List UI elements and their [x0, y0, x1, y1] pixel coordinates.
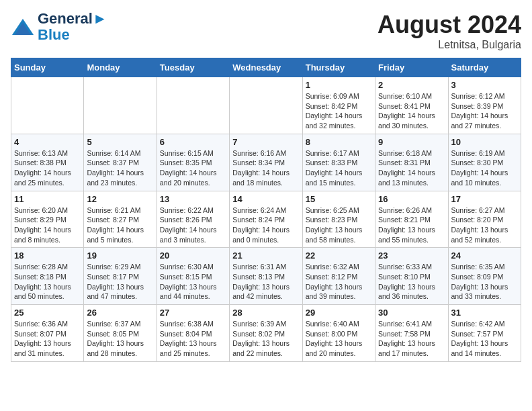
day-info: Sunrise: 6:10 AMSunset: 8:41 PMDaylight:…: [378, 91, 445, 131]
day-number: 5: [87, 137, 153, 147]
weekday-header-friday: Friday: [375, 58, 448, 77]
table-row: [230, 77, 302, 134]
day-info: Sunrise: 6:27 AMSunset: 8:20 PMDaylight:…: [451, 205, 518, 245]
day-info: Sunrise: 6:13 AMSunset: 8:38 PMDaylight:…: [14, 148, 81, 188]
title-block: August 2024 Letnitsa, Bulgaria: [378, 11, 521, 51]
weekday-header-saturday: Saturday: [448, 58, 521, 77]
day-info: Sunrise: 6:22 AMSunset: 8:26 PMDaylight:…: [160, 205, 226, 245]
table-row: [84, 77, 157, 134]
table-row: 19Sunrise: 6:29 AMSunset: 8:17 PMDayligh…: [84, 248, 157, 305]
table-row: 22Sunrise: 6:32 AMSunset: 8:12 PMDayligh…: [302, 248, 375, 305]
weekday-header-row: SundayMondayTuesdayWednesdayThursdayFrid…: [11, 58, 521, 77]
day-number: 9: [378, 137, 445, 147]
day-info: Sunrise: 6:39 AMSunset: 8:02 PMDaylight:…: [232, 319, 299, 359]
day-info: Sunrise: 6:18 AMSunset: 8:31 PMDaylight:…: [378, 148, 445, 188]
week-row-5: 25Sunrise: 6:36 AMSunset: 8:07 PMDayligh…: [11, 305, 521, 362]
table-row: 23Sunrise: 6:33 AMSunset: 8:10 PMDayligh…: [375, 248, 448, 305]
day-number: 18: [14, 250, 81, 261]
table-row: 21Sunrise: 6:31 AMSunset: 8:13 PMDayligh…: [230, 248, 302, 305]
table-row: 10Sunrise: 6:19 AMSunset: 8:30 PMDayligh…: [448, 134, 521, 191]
table-row: 1Sunrise: 6:09 AMSunset: 8:42 PMDaylight…: [302, 77, 375, 134]
day-number: 1: [306, 80, 372, 90]
day-number: 7: [232, 137, 299, 147]
day-info: Sunrise: 6:20 AMSunset: 8:29 PMDaylight:…: [14, 205, 81, 245]
day-number: 13: [160, 194, 226, 204]
table-row: 28Sunrise: 6:39 AMSunset: 8:02 PMDayligh…: [230, 305, 302, 362]
table-row: 7Sunrise: 6:16 AMSunset: 8:34 PMDaylight…: [230, 134, 302, 191]
day-number: 19: [87, 250, 153, 261]
day-number: 25: [14, 308, 81, 318]
day-number: 26: [87, 308, 153, 318]
day-info: Sunrise: 6:30 AMSunset: 8:15 PMDaylight:…: [160, 262, 226, 302]
table-row: 18Sunrise: 6:28 AMSunset: 8:18 PMDayligh…: [11, 248, 84, 305]
day-info: Sunrise: 6:24 AMSunset: 8:24 PMDaylight:…: [232, 205, 299, 245]
table-row: 3Sunrise: 6:12 AMSunset: 8:39 PMDaylight…: [448, 77, 521, 134]
day-info: Sunrise: 6:19 AMSunset: 8:30 PMDaylight:…: [451, 148, 518, 188]
table-row: 30Sunrise: 6:41 AMSunset: 7:58 PMDayligh…: [375, 305, 448, 362]
day-info: Sunrise: 6:40 AMSunset: 8:00 PMDaylight:…: [306, 319, 372, 359]
weekday-header-thursday: Thursday: [302, 58, 375, 77]
table-row: 24Sunrise: 6:35 AMSunset: 8:09 PMDayligh…: [448, 248, 521, 305]
day-number: 29: [306, 308, 372, 318]
table-row: 26Sunrise: 6:37 AMSunset: 8:05 PMDayligh…: [84, 305, 157, 362]
table-row: 2Sunrise: 6:10 AMSunset: 8:41 PMDaylight…: [375, 77, 448, 134]
day-number: 12: [87, 194, 153, 204]
table-row: 5Sunrise: 6:14 AMSunset: 8:37 PMDaylight…: [84, 134, 157, 191]
day-info: Sunrise: 6:26 AMSunset: 8:21 PMDaylight:…: [378, 205, 445, 245]
day-info: Sunrise: 6:28 AMSunset: 8:18 PMDaylight:…: [14, 262, 81, 302]
day-info: Sunrise: 6:16 AMSunset: 8:34 PMDaylight:…: [232, 148, 299, 188]
table-row: 8Sunrise: 6:17 AMSunset: 8:33 PMDaylight…: [302, 134, 375, 191]
logo: General► Blue: [11, 11, 107, 43]
table-row: 4Sunrise: 6:13 AMSunset: 8:38 PMDaylight…: [11, 134, 84, 191]
week-row-4: 18Sunrise: 6:28 AMSunset: 8:18 PMDayligh…: [11, 248, 521, 305]
day-info: Sunrise: 6:29 AMSunset: 8:17 PMDaylight:…: [87, 262, 153, 302]
day-number: 4: [14, 137, 81, 147]
week-row-1: 1Sunrise: 6:09 AMSunset: 8:42 PMDaylight…: [11, 77, 521, 134]
day-number: 16: [378, 194, 445, 204]
day-info: Sunrise: 6:12 AMSunset: 8:39 PMDaylight:…: [451, 91, 518, 131]
day-info: Sunrise: 6:15 AMSunset: 8:35 PMDaylight:…: [160, 148, 226, 188]
table-row: 27Sunrise: 6:38 AMSunset: 8:04 PMDayligh…: [157, 305, 229, 362]
day-number: 20: [160, 250, 226, 261]
table-row: 6Sunrise: 6:15 AMSunset: 8:35 PMDaylight…: [157, 134, 229, 191]
day-number: 3: [451, 80, 518, 90]
day-info: Sunrise: 6:09 AMSunset: 8:42 PMDaylight:…: [306, 91, 372, 131]
day-number: 21: [232, 250, 299, 261]
table-row: 11Sunrise: 6:20 AMSunset: 8:29 PMDayligh…: [11, 191, 84, 248]
day-number: 22: [306, 250, 372, 261]
table-row: 20Sunrise: 6:30 AMSunset: 8:15 PMDayligh…: [157, 248, 229, 305]
day-info: Sunrise: 6:37 AMSunset: 8:05 PMDaylight:…: [87, 319, 153, 359]
day-info: Sunrise: 6:17 AMSunset: 8:33 PMDaylight:…: [306, 148, 372, 188]
day-number: 23: [378, 250, 445, 261]
month-title: August 2024: [378, 11, 521, 39]
day-info: Sunrise: 6:33 AMSunset: 8:10 PMDaylight:…: [378, 262, 445, 302]
day-number: 27: [160, 308, 226, 318]
day-info: Sunrise: 6:36 AMSunset: 8:07 PMDaylight:…: [14, 319, 81, 359]
day-info: Sunrise: 6:25 AMSunset: 8:23 PMDaylight:…: [306, 205, 372, 245]
table-row: 31Sunrise: 6:42 AMSunset: 7:57 PMDayligh…: [448, 305, 521, 362]
table-row: 14Sunrise: 6:24 AMSunset: 8:24 PMDayligh…: [230, 191, 302, 248]
week-row-2: 4Sunrise: 6:13 AMSunset: 8:38 PMDaylight…: [11, 134, 521, 191]
day-number: 6: [160, 137, 226, 147]
day-number: 14: [232, 194, 299, 204]
table-row: 25Sunrise: 6:36 AMSunset: 8:07 PMDayligh…: [11, 305, 84, 362]
day-info: Sunrise: 6:42 AMSunset: 7:57 PMDaylight:…: [451, 319, 518, 359]
day-number: 8: [306, 137, 372, 147]
calendar-table: SundayMondayTuesdayWednesdayThursdayFrid…: [11, 58, 521, 362]
day-info: Sunrise: 6:31 AMSunset: 8:13 PMDaylight:…: [232, 262, 299, 302]
weekday-header-wednesday: Wednesday: [230, 58, 302, 77]
day-info: Sunrise: 6:14 AMSunset: 8:37 PMDaylight:…: [87, 148, 153, 188]
weekday-header-monday: Monday: [84, 58, 157, 77]
day-info: Sunrise: 6:32 AMSunset: 8:12 PMDaylight:…: [306, 262, 372, 302]
table-row: [157, 77, 229, 134]
day-number: 17: [451, 194, 518, 204]
day-number: 10: [451, 137, 518, 147]
table-row: 17Sunrise: 6:27 AMSunset: 8:20 PMDayligh…: [448, 191, 521, 248]
day-number: 24: [451, 250, 518, 261]
table-row: 9Sunrise: 6:18 AMSunset: 8:31 PMDaylight…: [375, 134, 448, 191]
weekday-header-sunday: Sunday: [11, 58, 84, 77]
week-row-3: 11Sunrise: 6:20 AMSunset: 8:29 PMDayligh…: [11, 191, 521, 248]
day-number: 28: [232, 308, 299, 318]
table-row: 29Sunrise: 6:40 AMSunset: 8:00 PMDayligh…: [302, 305, 375, 362]
logo-text: General► Blue: [38, 11, 107, 43]
